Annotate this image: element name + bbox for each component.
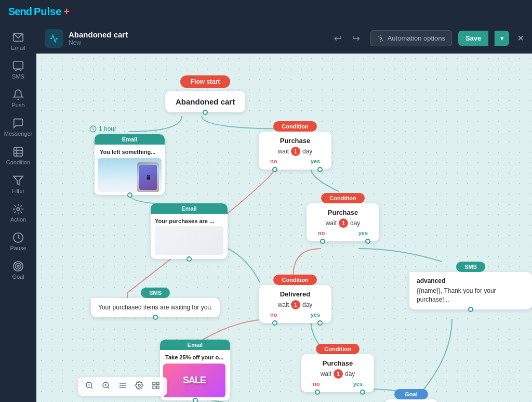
sms2-title: advanced — [417, 277, 525, 284]
flow-title: Abandoned cart — [69, 30, 128, 39]
condition-node-3[interactable]: Condition Delivered wait 1 day no yes — [259, 275, 331, 323]
settings-button[interactable] — [133, 380, 145, 393]
sidebar: Email SMS Push Messenger Condition Filte… — [0, 23, 36, 402]
svg-point-26 — [138, 384, 140, 386]
zoom-out-button[interactable] — [83, 380, 96, 393]
condition3-label: Condition — [273, 275, 316, 285]
sidebar-item-action[interactable]: Action — [3, 199, 34, 227]
svg-rect-30 — [156, 386, 159, 388]
list-view-button[interactable] — [116, 380, 129, 393]
sidebar-label-messenger: Messenger — [4, 131, 32, 137]
flow-icon — [45, 29, 63, 48]
sidebar-label-sms: SMS — [12, 73, 24, 80]
sidebar-label-email: Email — [11, 45, 25, 51]
email3-title: Take 25% off your o... — [163, 353, 227, 361]
sidebar-label-goal: Goal — [12, 274, 24, 280]
save-button[interactable]: Save — [458, 31, 488, 46]
sms-node-1[interactable]: SMS Your purchased items are waiting for… — [91, 288, 220, 317]
flow-start-card: Abandoned cart — [165, 91, 245, 112]
email-node-3[interactable]: Email Take 25% off your o... SALE — [160, 340, 230, 400]
sms-node-2[interactable]: SMS advanced {{name}}, Thank you for you… — [409, 262, 532, 309]
email3-header: Email — [160, 340, 230, 350]
sms1-text: Your purchased items are waiting for you… — [98, 303, 212, 312]
condition4-title: Purchase — [309, 359, 367, 367]
sidebar-item-sms[interactable]: SMS — [3, 56, 34, 84]
sidebar-label-push: Push — [11, 102, 24, 108]
sms2-text: {{name}}, Thank you for your purchase!..… — [417, 287, 525, 304]
condition3-title: Delivered — [266, 290, 324, 298]
condition1-title: Purchase — [266, 137, 324, 145]
connections-overlay — [36, 54, 532, 402]
sidebar-item-pause[interactable]: Pause — [3, 228, 34, 255]
condition1-label: Condition — [273, 121, 316, 132]
automation-options-label: Automation options — [388, 34, 445, 42]
flow-subtitle: New — [69, 39, 128, 46]
email-node-2[interactable]: Email Your purchases are ... — [151, 203, 228, 259]
svg-rect-29 — [153, 386, 155, 388]
grid-button[interactable] — [150, 380, 162, 393]
canvas: 1 hour Flow start Abandoned cart Email — [36, 54, 532, 402]
svg-point-13 — [17, 265, 19, 267]
sms1-label: SMS — [141, 288, 170, 298]
bottom-toolbar — [78, 377, 167, 396]
email-node-1[interactable]: Email You left something... 📱 — [95, 134, 165, 195]
flow-name-section: Abandoned cart New — [45, 29, 128, 48]
flow-start-label: Flow start — [180, 75, 231, 88]
sidebar-item-messenger[interactable]: Messenger — [3, 113, 34, 141]
goal-label: Goal — [394, 389, 428, 399]
sidebar-label-pause: Pause — [10, 245, 26, 251]
svg-point-9 — [17, 208, 20, 211]
condition2-title: Purchase — [314, 209, 372, 216]
close-button[interactable]: × — [517, 32, 524, 44]
condition4-label: Condition — [316, 344, 359, 354]
logo: SendPulse+ — [8, 6, 70, 18]
svg-rect-1 — [14, 61, 23, 69]
sidebar-item-filter[interactable]: Filter — [3, 171, 34, 198]
sidebar-label-condition: Condition — [6, 159, 30, 165]
sidebar-item-condition[interactable]: Condition — [3, 142, 34, 170]
flow-start-node[interactable]: Flow start Abandoned cart — [165, 75, 245, 112]
save-dropdown-button[interactable]: ▾ — [495, 31, 509, 46]
svg-line-20 — [108, 387, 109, 388]
sidebar-label-filter: Filter — [12, 188, 24, 194]
automation-options-button[interactable]: Automation options — [370, 30, 452, 46]
sms2-label: SMS — [456, 262, 485, 272]
svg-rect-4 — [14, 148, 23, 157]
sidebar-item-email[interactable]: Email — [3, 28, 34, 55]
redo-button[interactable]: ↪ — [348, 31, 364, 46]
condition2-label: Condition — [321, 193, 364, 203]
svg-rect-27 — [153, 382, 155, 385]
toolbar: Abandoned cart New ↩ ↪ Automation option… — [36, 23, 532, 54]
undo-button[interactable]: ↩ — [330, 31, 346, 46]
svg-marker-8 — [14, 176, 23, 185]
top-nav: SendPulse+ — [0, 0, 532, 23]
sidebar-label-action: Action — [10, 216, 26, 223]
condition-node-2[interactable]: Condition Purchase wait 1 day no yes — [307, 193, 379, 241]
condition-node-4[interactable]: Condition Purchase wait 1 day no yes — [301, 344, 374, 392]
email1-title: You left something... — [98, 148, 162, 156]
zoom-in-button[interactable] — [100, 380, 112, 393]
sidebar-item-goal[interactable]: Goal — [3, 256, 34, 284]
email2-title: Your purchases are ... — [155, 218, 223, 224]
goal-node[interactable]: Goal Purchase — [384, 389, 438, 402]
hour-badge: 1 hour — [89, 125, 116, 133]
email2-header: Email — [151, 203, 228, 214]
svg-point-12 — [16, 264, 21, 269]
svg-rect-28 — [156, 382, 159, 385]
sidebar-item-push[interactable]: Push — [3, 85, 34, 112]
svg-line-17 — [91, 387, 92, 388]
email1-header: Email — [95, 134, 165, 145]
condition-node-1[interactable]: Condition Purchase wait 1 day no yes — [259, 121, 331, 170]
svg-point-14 — [380, 37, 382, 40]
